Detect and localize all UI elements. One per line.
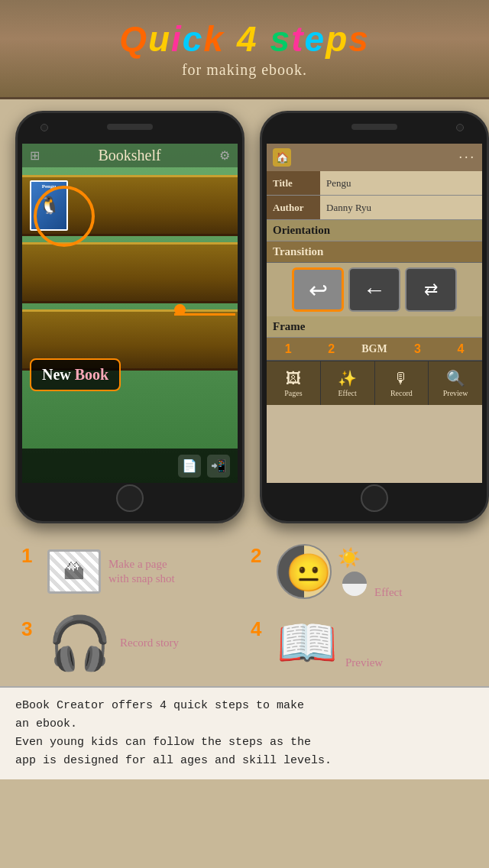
transition-btn-3[interactable]: ⇄ [405,267,457,312]
new-text: New [42,366,71,383]
step-1-icon-area [47,549,101,594]
title-u: u [148,18,171,60]
frame-header: Frame [267,316,482,338]
step-3-label: Record story [120,636,179,651]
title-field-row: Title Pengu [267,171,482,196]
tab-preview[interactable]: 🔍 Preview [429,361,482,405]
effect-controls: ☀️ [338,547,367,596]
title-ps: s [348,18,370,60]
bookshelf-header: ⊞ Bookshelf ⚙ [22,144,238,167]
banner-subtitle: for making ebook. [182,61,307,79]
face-effect-icon [277,544,332,599]
step-2-icon-area: ☀️ [277,544,367,599]
settings-icon: ⚙ [219,148,230,163]
shelf-row-2 [22,242,238,303]
title-k: k [203,18,225,60]
book-preview-icon: 📖 [277,619,338,668]
transition-btn-2[interactable]: ← [348,267,400,312]
step-4-label: Preview [345,656,383,669]
pages-tab-label: Pages [284,389,302,397]
rp-home-icon[interactable]: 🏠 [273,148,291,167]
right-phone-screen: 🏠 ··· Title Pengu Author Danny Ryu Orien… [267,144,482,483]
tab-bar: 🖼 Pages ✨ Effect 🎙 Record 🔍 Preview [267,361,482,405]
step-3-icon-area: 🎧 [47,617,112,669]
transition-buttons-row: ↩ ← ⇄ [267,263,482,316]
title-e: e [305,18,326,60]
right-phone-home-button[interactable] [361,484,388,512]
step-4-cell: 4 📖 Preview [244,608,474,679]
bgm-row: 1 2 BGM 3 4 [267,338,482,361]
tab-num-4[interactable]: 4 [439,342,482,356]
import-icon[interactable]: 📲 [207,455,230,478]
step-4-icon-area: 📖 [277,619,338,668]
highlight-circle [34,186,95,247]
author-label: Author [267,196,320,219]
rp-more-dots[interactable]: ··· [459,150,477,166]
step-2-cell: 2 ☀️ Effect [244,535,474,608]
step-1-label: Make a page with snap shot [108,557,175,587]
banner-title: Quick 4 steps [119,18,370,60]
title-q: Q [119,18,148,60]
record-tab-icon: 🎙 [393,370,409,387]
tab-pages[interactable]: 🖼 Pages [267,361,321,405]
right-phone-topbar: 🏠 ··· [267,144,482,171]
left-phone-home-button[interactable] [116,484,144,512]
step-2-label: Effect [374,586,402,599]
connector-line [174,313,235,316]
book-text: Book [71,366,108,383]
tab-num-1[interactable]: 1 [267,342,309,356]
new-book-label: New Book [30,358,121,391]
effect-tab-icon: ✨ [338,369,357,387]
tab-effect[interactable]: ✨ Effect [321,361,375,405]
title-label: Title [267,171,320,195]
pages-tab-icon: 🖼 [286,370,301,387]
desc-line-3: Even young kids can follow the steps as … [15,736,311,749]
description-section: eBook Creator offers 4 quick steps to ma… [0,686,489,779]
title-p: p [325,18,348,60]
left-phone-speaker [107,124,153,130]
desc-line-1: eBook Creator offers 4 quick steps to ma… [15,699,304,712]
preview-tab-icon: 🔍 [446,369,465,387]
bgm-label: BGM [353,343,396,355]
title-t: t [291,18,304,60]
phones-row: ⊞ Bookshelf ⚙ 🐧 Pengu [0,99,489,527]
left-phone-bottombar: 📄 📲 [22,449,238,483]
step-2-icons-group: ☀️ [277,544,367,599]
author-value[interactable]: Danny Ryu [320,196,482,219]
right-phone-camera [456,124,464,131]
step-4-number: 4 [251,617,269,641]
grid-icon: ⊞ [30,148,40,163]
desc-line-4: app is designed for all ages and skill l… [15,754,332,767]
title-4: 4 [237,18,258,60]
bookshelf-title: Bookshelf [98,147,160,164]
tab-record[interactable]: 🎙 Record [375,361,429,405]
right-phone-speaker [351,124,397,130]
add-page-icon[interactable]: 📄 [178,455,201,478]
desc-line-2: an ebook. [15,717,77,730]
transition-btn-1[interactable]: ↩ [292,267,344,312]
top-banner: Quick 4 steps for making ebook. [0,0,489,99]
title-value[interactable]: Pengu [320,171,482,195]
orientation-header: Orientation [267,220,482,241]
tab-num-3[interactable]: 3 [396,342,439,356]
step-3-number: 3 [21,617,40,641]
left-phone-camera [40,124,48,131]
step-1-number: 1 [21,544,40,568]
steps-section: 1 Make a page with snap shot 2 ☀️ Effect… [0,527,489,686]
description-text: eBook Creator offers 4 quick steps to ma… [15,697,474,770]
contrast-icon [342,572,367,596]
title-c: c [183,18,204,60]
title-i: i [171,18,183,60]
tab-num-2[interactable]: 2 [309,342,352,356]
transition-header: Transition [267,241,482,263]
step-1-cell: 1 Make a page with snap shot [15,535,244,608]
left-phone: ⊞ Bookshelf ⚙ 🐧 Pengu [15,111,244,523]
record-tab-label: Record [390,389,413,397]
headphones-icon: 🎧 [47,617,112,669]
title-s: s [270,18,292,60]
step-3-cell: 3 🎧 Record story [15,608,244,679]
photo-icon [47,549,101,594]
right-phone: 🏠 ··· Title Pengu Author Danny Ryu Orien… [260,111,489,523]
sun-brightness-icon: ☀️ [338,547,367,568]
effect-tab-label: Effect [338,389,357,397]
